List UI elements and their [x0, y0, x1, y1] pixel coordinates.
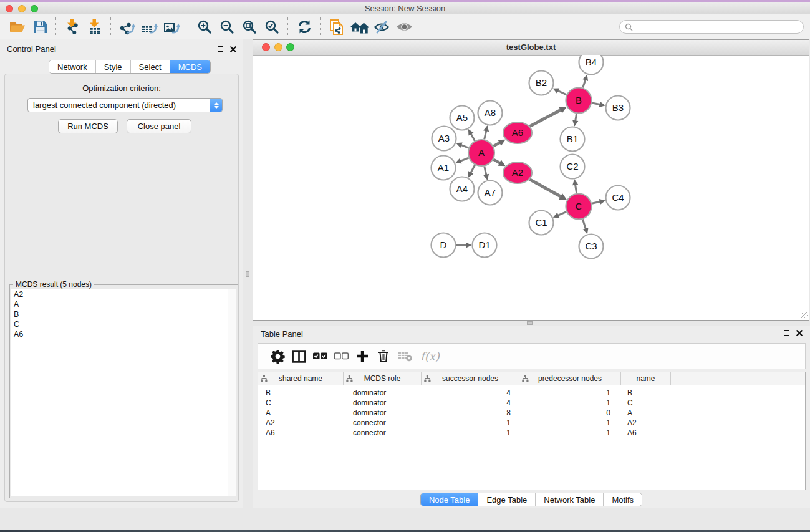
table-cell[interactable]: 4	[422, 389, 519, 397]
float-panel-button[interactable]	[216, 45, 224, 53]
close-table-panel-button[interactable]	[795, 329, 803, 337]
graph-edge-A-A1[interactable]	[455, 158, 468, 163]
eye-slash-button[interactable]	[370, 17, 393, 37]
vertical-split-divider[interactable]	[243, 39, 253, 508]
tab-edge-table[interactable]: Edge Table	[478, 493, 536, 506]
search-box[interactable]	[619, 20, 804, 34]
graph-edge-A6-B[interactable]	[530, 107, 567, 127]
result-item[interactable]: A	[11, 299, 228, 309]
tab-network[interactable]: Network	[49, 60, 96, 73]
columns-button[interactable]	[288, 346, 309, 367]
mcds-result-list[interactable]: A2ABCA6	[11, 289, 228, 496]
network-graph-canvas[interactable]: AA1A2A3A4A5A6A7A8BB1B2B3B4CC1C2C3C4DD1	[253, 55, 809, 320]
table-row[interactable]: Cdominator41C	[258, 398, 805, 408]
table-cell[interactable]: 0	[519, 409, 621, 417]
export-image-button[interactable]	[161, 17, 183, 37]
result-scrollbar[interactable]	[228, 289, 236, 496]
graph-edge-D-D1[interactable]	[456, 243, 472, 248]
column-header-successor-nodes[interactable]: successor nodes	[422, 372, 519, 385]
table-cell[interactable]: A6	[621, 428, 671, 437]
table-cell[interactable]: 1	[422, 418, 519, 427]
import-table-button[interactable]	[84, 17, 106, 37]
table-cell[interactable]: A6	[258, 428, 344, 437]
graph-node-B4[interactable]: B4	[579, 55, 604, 75]
graph-node-C1[interactable]: C1	[529, 211, 554, 235]
graph-node-A[interactable]: A	[468, 140, 494, 166]
column-header-shared-name[interactable]: shared name	[258, 372, 344, 385]
float-table-panel-button[interactable]	[783, 329, 791, 337]
delete-table-button[interactable]	[394, 346, 415, 367]
network-window-titlebar[interactable]: testGlobe.txt	[253, 40, 809, 56]
criterion-dropdown[interactable]: largest connected component (directed)	[27, 98, 223, 112]
table-row[interactable]: A2connector11A2	[258, 418, 805, 428]
table-cell[interactable]: connector	[344, 418, 422, 427]
zoom-selected-button[interactable]	[261, 17, 283, 37]
graph-node-C3[interactable]: C3	[579, 235, 604, 259]
column-header-predecessor-nodes[interactable]: predecessor nodes	[519, 372, 621, 385]
eye-button[interactable]	[393, 17, 415, 37]
result-item[interactable]: A6	[11, 329, 228, 339]
graph-node-B1[interactable]: B1	[561, 127, 585, 152]
refresh-button[interactable]	[293, 17, 316, 37]
graph-edge-B-B4[interactable]	[582, 74, 588, 87]
table-cell[interactable]: C	[258, 399, 344, 407]
search-input[interactable]	[636, 22, 803, 32]
graph-node-A2[interactable]: A2	[503, 162, 532, 183]
close-panel-button[interactable]	[229, 45, 237, 53]
graph-node-A7[interactable]: A7	[478, 181, 503, 205]
table-cell[interactable]: 1	[519, 428, 621, 437]
graph-node-C4[interactable]: C4	[606, 186, 630, 210]
graph-edge-A-A7[interactable]	[483, 166, 489, 180]
table-cell[interactable]: B	[258, 389, 344, 397]
column-header-name[interactable]: name	[621, 372, 671, 385]
table-cell[interactable]: 8	[422, 409, 519, 417]
tab-style[interactable]: Style	[96, 60, 131, 73]
copy-network-button[interactable]	[325, 17, 348, 37]
graph-node-C2[interactable]: C2	[561, 155, 585, 179]
zoom-out-button[interactable]	[216, 17, 238, 37]
table-cell[interactable]: A2	[258, 418, 344, 427]
graph-node-B[interactable]: B	[566, 88, 592, 114]
select-all-button[interactable]	[309, 346, 330, 367]
delete-button[interactable]	[373, 346, 394, 367]
graph-edge-A-A8[interactable]	[483, 125, 489, 139]
table-cell[interactable]: A	[258, 409, 344, 417]
tab-network-table[interactable]: Network Table	[536, 493, 604, 506]
graph-edge-B-B3[interactable]	[592, 102, 605, 107]
table-cell[interactable]: B	[621, 389, 671, 397]
graph-edge-C-C4[interactable]	[592, 199, 605, 205]
graph-edge-A-A6[interactable]	[493, 140, 505, 147]
graph-node-D1[interactable]: D1	[473, 233, 497, 258]
graph-node-B3[interactable]: B3	[606, 96, 630, 120]
graph-edge-C-C2[interactable]	[572, 179, 578, 193]
graph-node-C[interactable]: C	[566, 194, 592, 220]
table-row[interactable]: Adominator80A	[258, 408, 805, 418]
export-network-button[interactable]	[116, 17, 138, 37]
export-table-button[interactable]	[138, 17, 161, 37]
table-cell[interactable]: 1	[422, 428, 519, 437]
table-cell[interactable]: dominator	[344, 389, 422, 397]
close-panel-button-2[interactable]: Close panel	[127, 119, 191, 133]
graph-edge-A-A3[interactable]	[456, 142, 468, 148]
deselect-all-button[interactable]	[330, 346, 352, 367]
save-session-button[interactable]	[29, 17, 51, 37]
graph-node-D[interactable]: D	[432, 233, 456, 258]
result-item[interactable]: B	[11, 309, 228, 319]
tab-mcds[interactable]: MCDS	[170, 60, 210, 73]
table-cell[interactable]: dominator	[344, 399, 422, 407]
tab-node-table[interactable]: Node Table	[421, 493, 479, 506]
add-button[interactable]	[352, 346, 373, 367]
table-cell[interactable]: A2	[621, 418, 671, 427]
graph-edge-C-C3[interactable]	[582, 220, 588, 235]
settings-button[interactable]	[267, 346, 288, 367]
column-header-mcds-role[interactable]: MCDS role	[344, 372, 422, 385]
tab-select[interactable]: Select	[131, 60, 170, 73]
import-network-button[interactable]	[61, 17, 84, 37]
graph-edge-B-B2[interactable]	[553, 88, 567, 94]
result-item[interactable]: A2	[11, 289, 228, 299]
houses-button[interactable]	[348, 17, 370, 37]
graph-edge-A-A4[interactable]	[468, 165, 475, 178]
zoom-fit-button[interactable]	[238, 17, 261, 37]
table-cell[interactable]: 4	[422, 399, 519, 407]
graph-edge-A-A5[interactable]	[468, 129, 475, 141]
